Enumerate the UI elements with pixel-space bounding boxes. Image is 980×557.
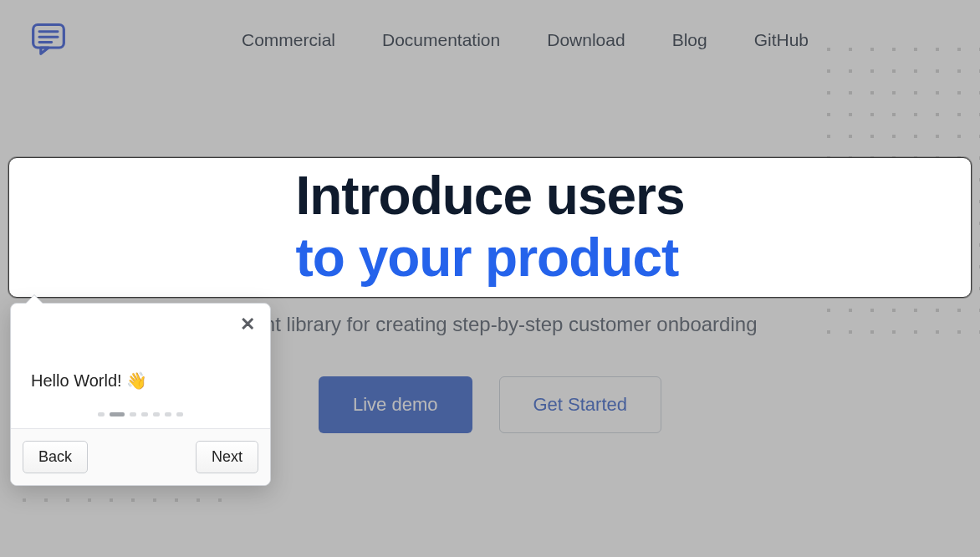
step-dot [153,412,160,416]
close-icon[interactable]: ✕ [240,315,255,334]
step-dot [176,412,183,416]
popover-message: Hello World! 👋 [11,304,270,412]
step-dot [130,412,136,416]
tour-popover: ✕ Hello World! 👋 Back Next [10,303,271,486]
nav-link-blog[interactable]: Blog [672,30,707,50]
popover-footer: Back Next [11,428,270,485]
nav-links: Commercial Documentation Download Blog G… [100,30,950,50]
top-nav: Commercial Documentation Download Blog G… [0,0,980,60]
step-dot [98,412,105,416]
chat-bubble-logo-icon [30,20,67,57]
logo[interactable] [30,20,67,60]
step-dot-active [110,412,125,416]
nav-link-download[interactable]: Download [547,30,625,50]
step-dot [165,412,171,416]
headline-line-1: Introduce users [295,166,684,226]
live-demo-button[interactable]: Live demo [319,376,472,433]
headline-highlight-box: Introduce users to your product [8,157,972,298]
nav-link-github[interactable]: GitHub [754,30,809,50]
nav-link-documentation[interactable]: Documentation [382,30,500,50]
hero-headline: Introduce users to your product [295,166,684,289]
step-dot [141,412,148,416]
get-started-button[interactable]: Get Started [499,376,662,433]
step-indicator [11,412,270,428]
headline-line-2: to your product [295,227,678,288]
back-button[interactable]: Back [23,441,88,473]
nav-link-commercial[interactable]: Commercial [242,30,335,50]
next-button[interactable]: Next [196,441,258,473]
